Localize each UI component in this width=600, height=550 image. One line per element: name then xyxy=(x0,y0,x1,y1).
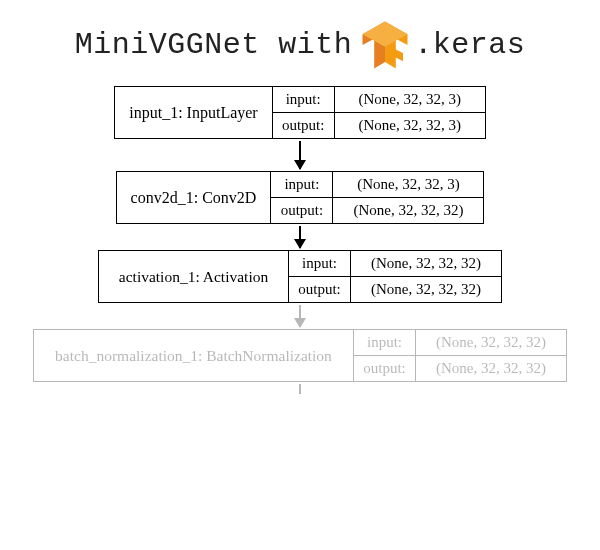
model-diagram: input_1: InputLayer input: (None, 32, 32… xyxy=(0,80,600,394)
io-row-output: output: (None, 32, 32, 32) xyxy=(289,277,501,302)
io-row-input: input: (None, 32, 32, 32) xyxy=(289,251,501,277)
io-label-input: input: xyxy=(354,330,416,355)
io-column: input: (None, 32, 32, 32) output: (None,… xyxy=(354,330,566,381)
io-label-output: output: xyxy=(289,277,351,302)
io-label-input: input: xyxy=(271,172,333,197)
layer-name: batch_normalization_1: BatchNormalizatio… xyxy=(34,330,354,381)
layer-name: conv2d_1: Conv2D xyxy=(117,172,272,223)
io-row-input: input: (None, 32, 32, 32) xyxy=(354,330,566,356)
io-shape-input: (None, 32, 32, 3) xyxy=(333,172,483,197)
io-shape-input: (None, 32, 32, 3) xyxy=(335,87,485,112)
io-column: input: (None, 32, 32, 3) output: (None, … xyxy=(271,172,483,223)
io-shape-input: (None, 32, 32, 32) xyxy=(351,251,501,276)
io-label-output: output: xyxy=(354,356,416,381)
io-row-input: input: (None, 32, 32, 3) xyxy=(271,172,483,198)
tensorflow-icon xyxy=(358,18,412,72)
layer-name: input_1: InputLayer xyxy=(115,87,272,138)
layer-box-activation: activation_1: Activation input: (None, 3… xyxy=(98,250,502,303)
layer-name: activation_1: Activation xyxy=(99,251,289,302)
io-column: input: (None, 32, 32, 3) output: (None, … xyxy=(273,87,485,138)
page-title: MiniVGGNet with .keras xyxy=(0,0,600,80)
arrow-icon xyxy=(299,305,301,327)
svg-marker-2 xyxy=(363,22,408,47)
io-row-output: output: (None, 32, 32, 32) xyxy=(354,356,566,381)
io-shape-input: (None, 32, 32, 32) xyxy=(416,330,566,355)
layer-box-batchnorm: batch_normalization_1: BatchNormalizatio… xyxy=(33,329,567,382)
io-shape-output: (None, 32, 32, 32) xyxy=(416,356,566,381)
bottom-fade-overlay xyxy=(0,460,600,550)
io-shape-output: (None, 32, 32, 32) xyxy=(333,198,483,223)
layer-box-conv2d: conv2d_1: Conv2D input: (None, 32, 32, 3… xyxy=(116,171,485,224)
io-label-output: output: xyxy=(273,113,335,138)
title-prefix: MiniVGGNet with xyxy=(75,28,353,62)
layer-box-input: input_1: InputLayer input: (None, 32, 32… xyxy=(114,86,485,139)
io-column: input: (None, 32, 32, 32) output: (None,… xyxy=(289,251,501,302)
title-suffix: .keras xyxy=(414,28,525,62)
io-shape-output: (None, 32, 32, 3) xyxy=(335,113,485,138)
io-shape-output: (None, 32, 32, 32) xyxy=(351,277,501,302)
arrow-icon xyxy=(299,384,301,394)
arrow-icon xyxy=(299,226,301,248)
io-label-input: input: xyxy=(289,251,351,276)
io-row-output: output: (None, 32, 32, 32) xyxy=(271,198,483,223)
io-row-input: input: (None, 32, 32, 3) xyxy=(273,87,485,113)
io-label-input: input: xyxy=(273,87,335,112)
arrow-icon xyxy=(299,141,301,169)
io-label-output: output: xyxy=(271,198,333,223)
io-row-output: output: (None, 32, 32, 3) xyxy=(273,113,485,138)
